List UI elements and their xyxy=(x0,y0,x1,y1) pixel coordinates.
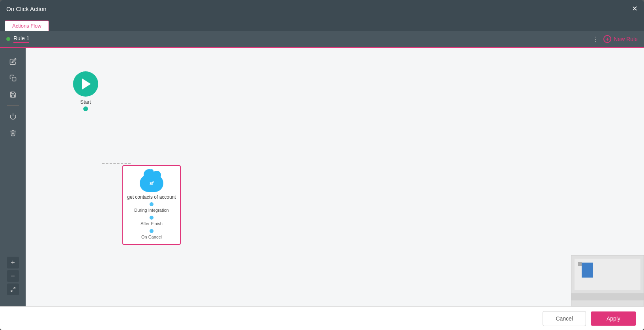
sf-after-label: After Finish xyxy=(140,221,163,226)
save-tool-button[interactable] xyxy=(6,87,21,102)
start-circle[interactable] xyxy=(73,71,98,97)
minimap xyxy=(571,255,644,306)
toolbar-bottom: + − xyxy=(7,257,19,300)
minimap-start-node xyxy=(578,262,582,266)
modal-title: On Click Action xyxy=(6,6,47,12)
sf-cancel-connector xyxy=(150,229,154,233)
toolbar-top xyxy=(6,54,21,254)
rule-bar: Rule 1 ⋮ + New Rule xyxy=(0,31,644,48)
delete-tool-button[interactable] xyxy=(6,125,21,140)
cancel-button[interactable]: Cancel xyxy=(543,311,586,326)
minimap-inner xyxy=(575,259,640,290)
main-area: + − Start xyxy=(0,48,644,306)
sf-node[interactable]: sf get contacts of account During Integr… xyxy=(122,165,181,245)
svg-rect-0 xyxy=(12,77,16,81)
minimap-sf-node xyxy=(582,263,593,278)
fit-button[interactable] xyxy=(7,283,19,295)
zoom-out-button[interactable]: − xyxy=(7,270,19,282)
start-label: Start xyxy=(80,99,91,105)
power-tool-button[interactable] xyxy=(6,109,21,124)
title-bar: On Click Action ✕ xyxy=(0,0,644,17)
rule-status-dot xyxy=(6,37,10,41)
footer: Cancel Apply xyxy=(0,306,644,330)
connector-line xyxy=(102,163,131,164)
sf-node-title: get contacts of account xyxy=(125,194,178,200)
sf-during-connector xyxy=(150,202,154,206)
tab-bar: Actions Flow xyxy=(0,17,644,31)
sf-icon-label: sf xyxy=(150,181,154,186)
rule-name: Rule 1 xyxy=(13,35,29,43)
apply-button[interactable]: Apply xyxy=(591,311,636,326)
start-play-icon xyxy=(82,78,91,89)
new-rule-button[interactable]: + New Rule xyxy=(603,35,638,43)
sf-during-label: During Integration xyxy=(134,208,168,213)
start-node[interactable]: Start xyxy=(73,71,98,111)
sf-cancel-label: On Cancel xyxy=(141,235,162,239)
sf-after-connector xyxy=(150,216,154,220)
start-connector-dot xyxy=(83,106,88,111)
copy-tool-button[interactable] xyxy=(6,71,21,86)
modal: On Click Action ✕ Actions Flow Rule 1 ⋮ … xyxy=(0,0,644,330)
left-toolbar: + − xyxy=(0,48,26,306)
rule-tab[interactable]: Rule 1 xyxy=(6,35,29,43)
minimap-bottom-bar xyxy=(571,293,644,300)
sf-cloud-icon: sf xyxy=(140,175,163,192)
close-button[interactable]: ✕ xyxy=(632,5,638,12)
new-rule-label: New Rule xyxy=(614,36,638,42)
zoom-in-button[interactable]: + xyxy=(7,257,19,268)
canvas-area[interactable]: Start ✕ sf get contacts of account Durin… xyxy=(26,48,644,306)
edit-tool-button[interactable] xyxy=(6,54,21,69)
new-rule-plus-icon: + xyxy=(603,35,611,43)
rule-menu-icon[interactable]: ⋮ xyxy=(592,35,599,43)
rule-bar-actions: ⋮ + New Rule xyxy=(592,35,638,43)
toolbar-separator-1 xyxy=(7,105,19,106)
actions-flow-tab[interactable]: Actions Flow xyxy=(5,21,49,31)
